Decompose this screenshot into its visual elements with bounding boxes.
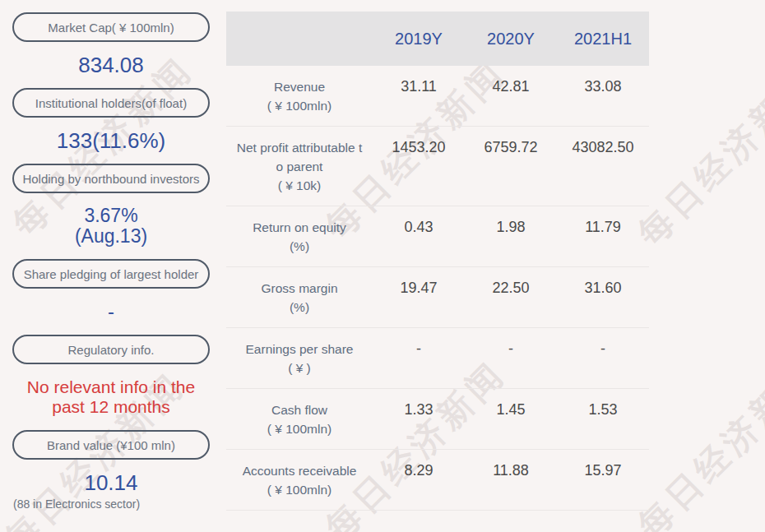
row-value: 42.81 [465,77,557,96]
metric-pill-regulatory-info: Regulatory info. [12,335,210,364]
row-value: 15.97 [557,461,649,480]
row-value: 11.79 [557,218,649,237]
stock-financial-panel: 每日经济新闻 每日经济新闻 每日经济新闻 每日经济新闻 每日经济新闻 每日经济新… [0,0,765,532]
row-value: - [373,340,465,359]
row-value: 8.29 [373,461,465,480]
metric-value-share-pledging: - [0,299,222,324]
row-label: Gross margin (%) [226,279,373,317]
metric-pill-market-cap: Market Cap( ¥ 100mln) [12,12,210,42]
metric-pill-label: Share pledging of largest holder [24,267,199,281]
row-value: 1.33 [373,400,465,419]
row-value: 11.88 [465,461,557,480]
metric-pill-share-pledging: Share pledging of largest holder [12,259,210,289]
metric-pill-northbound-holding: Holding by northbound investors [12,164,210,193]
metric-pill-brand-value: Brand value (¥100 mln) [12,430,210,460]
row-label: Earnings per share ( ¥ ) [226,340,373,377]
table-row-return-on-equity: Return on equity (%) 0.43 1.98 11.79 [226,206,649,267]
table-row-earnings-per-share: Earnings per share ( ¥ ) - - - [226,328,649,389]
metric-value-institutional-holders: 133(11.6%) [0,128,222,153]
row-value: 33.08 [557,77,649,96]
row-value: 31.11 [373,77,465,96]
row-label: Cash flow ( ¥ 100mln) [226,400,373,438]
brand-value-sector-rank-note: (88 in Electronics sector) [13,497,222,511]
column-header-2019y: 2019Y [373,30,465,49]
table-row-net-profit: Net profit attributable t o parent ( ¥ 1… [226,127,649,206]
metric-pill-label: Holding by northbound investors [22,172,199,186]
row-value: 6759.72 [465,138,557,157]
metric-pill-label: Market Cap( ¥ 100mln) [48,21,174,35]
metric-value-market-cap: 834.08 [0,53,222,77]
metric-value-brand-value: 10.14 [0,470,222,495]
row-value: 19.47 [373,279,465,298]
row-label: Return on equity (%) [226,218,373,256]
row-value: 31.60 [557,279,649,298]
row-value: 43082.50 [557,138,649,157]
metrics-sidebar: Market Cap( ¥ 100mln) 834.08 Institution… [0,0,222,532]
metric-pill-label: Regulatory info. [67,343,154,357]
row-label: Revenue ( ¥ 100mln) [226,77,373,115]
column-header-2021h1: 2021H1 [557,30,649,49]
row-value: 1.98 [465,218,557,237]
table-row-gross-margin: Gross margin (%) 19.47 22.50 31.60 [226,267,649,328]
metric-pill-label: Institutional holders(of float) [35,96,187,110]
table-header-row: 2019Y 2020Y 2021H1 [226,12,649,66]
metric-pill-label: Brand value (¥100 mln) [47,438,175,452]
metric-value-northbound-holding: 3.67% (Aug.13) [0,206,222,247]
table-row-revenue: Revenue ( ¥ 100mln) 31.11 42.81 33.08 [226,66,649,127]
row-value: 1453.20 [373,138,465,157]
table-row-accounts-receivable: Accounts receivable ( ¥ 100mln) 8.29 11.… [226,450,649,511]
row-value: 1.53 [557,400,649,419]
row-value: - [465,340,557,359]
column-header-2020y: 2020Y [465,30,557,49]
metric-value-regulatory-info: No relevant info in the past 12 months [0,377,222,417]
row-value: - [557,340,649,359]
row-value: 22.50 [465,279,557,298]
row-label: Accounts receivable ( ¥ 100mln) [226,461,373,499]
financials-table: 2019Y 2020Y 2021H1 Revenue ( ¥ 100mln) 3… [226,12,649,511]
row-label: Net profit attributable t o parent ( ¥ 1… [226,138,373,195]
table-row-cash-flow: Cash flow ( ¥ 100mln) 1.33 1.45 1.53 [226,389,649,450]
row-value: 1.45 [465,400,557,419]
metric-pill-institutional-holders: Institutional holders(of float) [12,88,210,118]
row-value: 0.43 [373,218,465,237]
